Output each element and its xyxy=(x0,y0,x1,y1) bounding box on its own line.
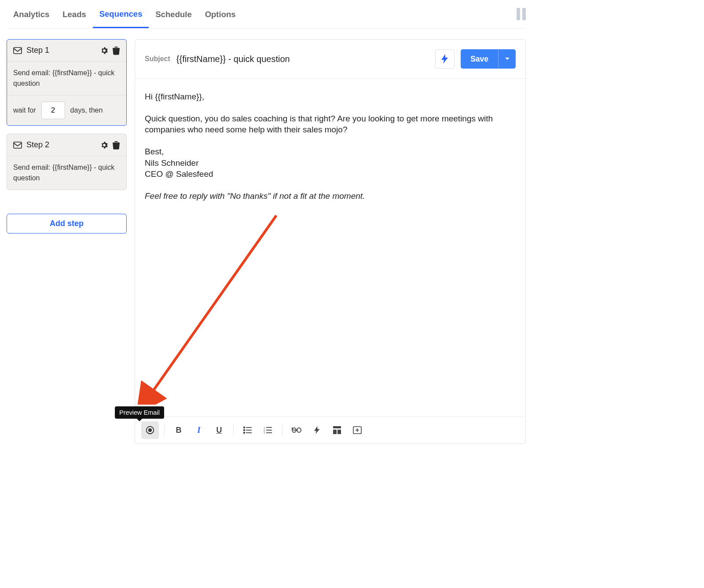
editor-toolbar: B I U 123 xyxy=(135,416,525,443)
svg-rect-20 xyxy=(337,430,341,434)
email-ps: Feel free to reply with "No thanks" if n… xyxy=(145,190,516,202)
step-delete-icon[interactable] xyxy=(112,141,120,150)
eye-icon xyxy=(145,425,155,435)
toolbar-separator xyxy=(282,424,282,436)
tab-sequences[interactable]: Sequences xyxy=(93,0,149,28)
wait-days-input[interactable] xyxy=(41,102,65,119)
svg-rect-1 xyxy=(14,142,22,148)
svg-point-4 xyxy=(244,427,245,428)
svg-point-6 xyxy=(244,430,245,431)
wait-suffix: days, then xyxy=(70,106,103,114)
mail-icon xyxy=(13,47,22,54)
add-step-button[interactable]: Add step xyxy=(7,214,127,234)
svg-point-3 xyxy=(149,429,151,431)
link-icon xyxy=(292,427,301,433)
bold-button[interactable]: B xyxy=(170,421,187,439)
add-image-icon xyxy=(353,426,362,434)
step-settings-icon[interactable] xyxy=(100,141,109,150)
tab-options[interactable]: Options xyxy=(198,1,242,27)
bolt-icon xyxy=(441,54,448,64)
email-signature-title: CEO @ Salesfeed xyxy=(145,168,516,180)
svg-point-8 xyxy=(244,432,245,434)
caret-down-icon xyxy=(505,57,510,61)
email-signature-name: Nils Schneider xyxy=(145,157,516,169)
insert-image-button[interactable] xyxy=(348,421,366,439)
step-title: Step 1 xyxy=(26,46,96,55)
save-button[interactable]: Save xyxy=(461,49,498,69)
bullet-list-button[interactable] xyxy=(239,421,257,439)
svg-rect-18 xyxy=(333,426,341,428)
step-description: Send email: {{firstName}} - quick questi… xyxy=(7,61,126,95)
bullet-list-icon xyxy=(243,427,252,434)
tab-leads[interactable]: Leads xyxy=(56,1,92,27)
bolt-icon xyxy=(314,426,320,435)
svg-rect-0 xyxy=(14,47,22,54)
subject-input[interactable]: {{firstName}} - quick question xyxy=(176,54,429,64)
top-tabs: Analytics Leads Sequences Schedule Optio… xyxy=(7,0,526,29)
insert-block-button[interactable] xyxy=(328,421,346,439)
variables-button[interactable] xyxy=(435,49,455,69)
underline-button[interactable]: U xyxy=(210,421,228,439)
email-closing: Best, xyxy=(145,146,516,157)
italic-button[interactable]: I xyxy=(190,421,208,439)
svg-text:3: 3 xyxy=(264,432,265,434)
step-title: Step 2 xyxy=(26,140,96,150)
tab-analytics[interactable]: Analytics xyxy=(7,1,56,27)
steps-sidebar: Step 1 Send email: {{firstName}} - quick… xyxy=(7,39,127,444)
step-wait-row: wait for days, then xyxy=(7,95,126,125)
link-button[interactable] xyxy=(288,421,305,439)
bold-icon: B xyxy=(176,426,182,435)
step-delete-icon[interactable] xyxy=(112,46,120,55)
insert-variable-button[interactable] xyxy=(308,421,326,439)
numbered-list-icon: 123 xyxy=(264,427,272,434)
wait-prefix: wait for xyxy=(13,106,36,114)
tab-schedule[interactable]: Schedule xyxy=(149,1,198,27)
italic-icon: I xyxy=(197,426,200,435)
step-card-1[interactable]: Step 1 Send email: {{firstName}} - quick… xyxy=(7,39,127,126)
layout-icon xyxy=(333,426,341,434)
numbered-list-button[interactable]: 123 xyxy=(259,421,277,439)
toolbar-separator xyxy=(164,424,165,436)
pause-button[interactable] xyxy=(517,8,526,20)
step-description: Send email: {{firstName}} - quick questi… xyxy=(7,156,126,190)
email-greeting: Hi {{firstName}}, xyxy=(145,91,516,102)
preview-email-tooltip: Preview Email xyxy=(115,406,164,419)
step-settings-icon[interactable] xyxy=(100,46,109,55)
save-dropdown-button[interactable] xyxy=(498,49,516,69)
subject-label: Subject xyxy=(145,55,170,63)
email-body-editor[interactable]: Hi {{firstName}}, Quick question, you do… xyxy=(135,79,525,416)
step-card-2[interactable]: Step 2 Send email: {{firstName}} - quick… xyxy=(7,134,127,190)
email-paragraph: Quick question, you do sales coaching is… xyxy=(145,113,516,135)
email-editor-panel: Subject {{firstName}} - quick question S… xyxy=(135,39,526,444)
mail-icon xyxy=(13,142,22,149)
svg-rect-19 xyxy=(333,430,337,434)
underline-icon: U xyxy=(216,426,222,435)
preview-email-button[interactable] xyxy=(141,421,159,439)
toolbar-separator xyxy=(233,424,234,436)
